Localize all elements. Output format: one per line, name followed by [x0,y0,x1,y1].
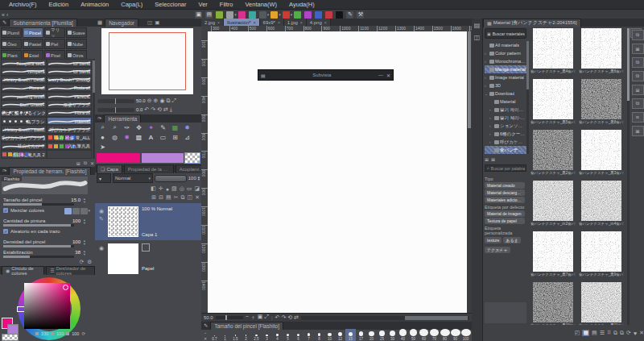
properties-button[interactable]: ⧈ [632,112,644,123]
navigator-zoom-slider[interactable] [97,99,134,103]
menu-item-capal[interactable]: Capa(L) [115,1,148,8]
menu-item-edicin[interactable]: Edición [43,1,75,8]
wand-icon[interactable]: ⚒ [357,11,364,19]
zoom-100-icon[interactable]: ◉ [159,98,164,104]
brush-item[interactable]: 味のえんぴつ [1,142,47,150]
close-tab-icon[interactable]: × [300,20,303,25]
brush-size-2[interactable]: 2 [241,329,251,341]
subtool-group-suave[interactable]: Suave [66,27,87,38]
view-medium-icon[interactable]: ▤ [592,330,597,336]
pen-settings-icon[interactable]: ✎ [346,11,353,19]
workspace-icon[interactable]: ▣ [195,11,202,19]
brush-size-50[interactable]: 50 [408,329,419,341]
close-tab-icon[interactable]: × [254,20,256,25]
lock-icon[interactable]: ● [166,186,169,192]
brush-item[interactable]: 名前私_竜凡具 2 [1,150,47,158]
panel-material-icon[interactable]: ▤ [474,22,481,29]
filter-chip[interactable]: Material descargado [485,189,525,196]
menu-item-ver[interactable]: Ver [193,1,213,8]
document-tab-69x9[interactable]: 69x9*× [260,19,284,26]
menu-item-filtro[interactable]: Filtro [214,1,239,8]
expand-icon[interactable]: › [489,140,493,144]
new-folder-icon[interactable]: ⊞ [485,156,489,163]
transfer-icon[interactable]: ◧ [151,185,156,192]
clip-icon[interactable]: ✛ [159,185,163,192]
swatch-red-icon[interactable] [325,11,332,19]
brush-size-1[interactable]: 1 [220,329,230,341]
brush-size-0.7[interactable]: 0.7 [209,329,220,341]
import-button[interactable]: ⧉ [632,57,644,68]
expand-icon[interactable]: › [485,60,489,64]
opacity-spinner[interactable]: ▴▾ [198,176,200,181]
tab-layers[interactable]: ❏Capa [97,164,122,173]
flip-vertical-icon[interactable]: ⤓ [170,106,172,113]
tree-item[interactable]: ⌄Download [485,89,526,98]
property-slider[interactable] [3,224,74,227]
zoom-100-icon[interactable]: ▣ [258,314,263,322]
tree-item[interactable]: ›3D [485,81,526,89]
tree-item[interactable]: All materials [485,41,526,49]
foreground-color-bar[interactable] [97,153,140,163]
property-value[interactable]: 38 [75,250,80,255]
property-spinner[interactable]: ▴▾ [84,218,85,224]
brush-size-90[interactable]: 90 [450,329,460,341]
property-value[interactable]: 15.0 [71,198,80,202]
rotate-left-icon[interactable]: ↶ [275,314,280,321]
rotate-left-icon[interactable]: ↶ [144,106,149,113]
favorite-icon[interactable]: ♥ [634,331,637,336]
property-spinner[interactable]: ▴▾ [84,239,85,245]
transparent-color-bar[interactable] [185,153,200,163]
new-vector-layer-icon[interactable]: ⊟ [159,194,163,201]
brush-size-10[interactable]: 10 [324,329,335,341]
property-slider[interactable] [3,256,74,258]
layer-thumbnail[interactable] [108,206,138,237]
zoom-tool-icon[interactable]: ⌕ [97,123,109,132]
brush-item[interactable]: 入れ筆凡具 [47,142,93,150]
operation-tool-icon[interactable]: ➤ [97,142,109,152]
property-slider[interactable] [3,203,74,206]
brush-size-25[interactable]: 25 [377,329,387,341]
expand-icon[interactable]: ⌄ [489,148,493,152]
property-spinner[interactable]: ▴▾ [84,250,85,256]
material-tree-scrollbar[interactable] [526,41,529,154]
close-icon[interactable]: ✕ [386,73,390,78]
panel-collapse-icon[interactable]: ‹ [6,12,8,18]
brush-item[interactable]: fur blend [47,67,93,75]
swatch-black-icon[interactable] [336,11,343,19]
merge-icon[interactable]: ◫ [188,194,193,201]
visibility-eye-icon[interactable]: ◉ [99,208,104,214]
brush-size-3[interactable]: 3 [262,329,272,341]
lasso-tool-icon[interactable]: ✦ [145,123,157,132]
reset-icon[interactable]: ⟲ [287,314,292,321]
new-layer-icon[interactable]: ⊞ [151,194,156,201]
menu-item-seleccionar[interactable]: Seleccionar [149,1,192,8]
swatch-red-grid-icon[interactable] [283,11,290,19]
brush-item[interactable]: 重ねて濃くなるインクの筆ブラシ [1,109,47,117]
paste-canvas-button[interactable]: ⧉ [632,30,644,40]
expand-icon[interactable]: › [489,116,493,120]
brush-size-6[interactable]: 6 [293,329,303,341]
material-thumb[interactable]: 食パンテクスチャ_白2食パンテクスチャ… [530,181,576,231]
property-value[interactable]: 100 [72,218,80,223]
zoom-in-icon[interactable]: ＋ [250,314,256,322]
expand-icon[interactable]: ⌄ [485,92,489,96]
material-thumb[interactable]: 食パンテクスチャ_黒8食パンテクスチャ… [578,79,625,130]
duplicate-subtool-icon[interactable]: ⧉ [84,160,87,166]
delete-icon[interactable]: ✕ [639,330,644,336]
status-zoom-slider[interactable] [216,316,243,319]
checkbox-checked-icon[interactable]: ✓ [3,229,8,234]
bucket-tool-icon[interactable]: ◍ [109,132,121,142]
material-thumb[interactable]: 食パンテクスチャ_黒6食パンテクスチャ… [578,28,625,79]
material-thumb[interactable]: 食パンテクスチャ_黒11食パンテクスチャ… [578,282,625,325]
tree-item[interactable]: ›Monochromatic pattern [485,57,526,65]
document-tab-Ilustracin[interactable]: Ilustración*× [224,19,260,26]
brush-item[interactable]: Témpera [1,67,47,75]
tree-item[interactable]: ›딸기 케이크 브러쉬-1953195 [485,106,526,114]
duplicate-button[interactable]: ⧉ [632,98,644,109]
menu-item-archivof[interactable]: Archivo(F) [3,1,43,8]
ruler-icon[interactable]: ▭ [187,185,192,192]
swatch-orange-icon-dropdown[interactable]: ▾ [279,12,281,17]
filter-chip[interactable]: Material creado [485,182,525,189]
layer-row-papel[interactable]: ◉ Papel [95,240,201,274]
flip-horizontal-icon[interactable]: ⇄ [163,106,168,113]
